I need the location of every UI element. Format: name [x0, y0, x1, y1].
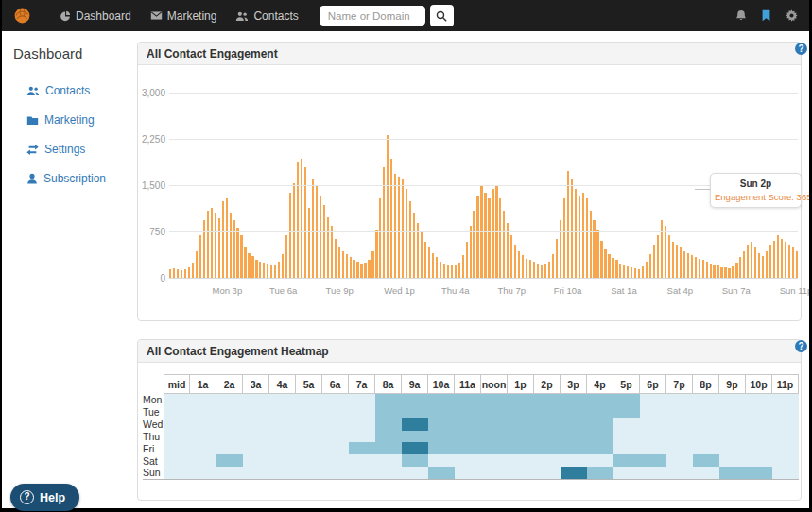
- heatmap-cell[interactable]: [719, 442, 746, 454]
- heatmap-cell[interactable]: [508, 442, 534, 454]
- engagement-bar[interactable]: [556, 239, 558, 279]
- engagement-bar[interactable]: [747, 245, 749, 279]
- heatmap-cell[interactable]: [561, 406, 587, 418]
- engagement-bar[interactable]: [466, 242, 468, 279]
- engagement-bar[interactable]: [668, 235, 670, 279]
- heatmap-cell[interactable]: [428, 454, 455, 467]
- engagement-bar[interactable]: [316, 186, 318, 279]
- engagement-bar[interactable]: [514, 245, 516, 279]
- heatmap-cell[interactable]: [481, 394, 508, 406]
- engagement-bar[interactable]: [522, 255, 524, 279]
- heatmap-cell[interactable]: [190, 454, 216, 467]
- engagement-bar[interactable]: [215, 213, 216, 279]
- engagement-bar[interactable]: [541, 265, 543, 279]
- heatmap-cell[interactable]: [455, 454, 481, 467]
- heatmap-cell[interactable]: [455, 442, 481, 454]
- engagement-bar[interactable]: [346, 254, 348, 279]
- heatmap-cell[interactable]: [746, 467, 772, 479]
- engagement-bar[interactable]: [518, 251, 520, 279]
- engagement-bar[interactable]: [308, 208, 310, 279]
- brain-logo[interactable]: [13, 7, 31, 25]
- engagement-bar[interactable]: [387, 135, 389, 279]
- heatmap-cell[interactable]: [587, 418, 613, 431]
- heatmap-cell[interactable]: [216, 431, 243, 443]
- heatmap-cell[interactable]: [613, 431, 640, 443]
- engagement-bar[interactable]: [199, 235, 201, 279]
- engagement-bar[interactable]: [762, 256, 764, 279]
- engagement-bar[interactable]: [612, 258, 613, 279]
- heatmap-cell[interactable]: [296, 454, 322, 467]
- heatmap-cell[interactable]: [746, 394, 772, 406]
- engagement-bar[interactable]: [665, 226, 666, 279]
- engagement-bar[interactable]: [571, 179, 573, 279]
- heatmap-cell[interactable]: [375, 454, 402, 467]
- engagement-bar[interactable]: [331, 226, 333, 279]
- heatmap-cell[interactable]: [719, 406, 746, 418]
- heatmap-cell[interactable]: [508, 454, 534, 467]
- heatmap-cell[interactable]: [216, 454, 243, 467]
- heatmap-cell[interactable]: [719, 431, 746, 443]
- question-circle-icon[interactable]: ?: [795, 43, 807, 55]
- bell-icon[interactable]: [735, 9, 747, 22]
- heatmap-cell[interactable]: [190, 467, 216, 479]
- heatmap-cell[interactable]: [322, 467, 349, 479]
- engagement-bar[interactable]: [196, 251, 198, 279]
- heatmap-cell[interactable]: [666, 442, 693, 454]
- heatmap-cell[interactable]: [508, 467, 534, 479]
- engagement-bar[interactable]: [476, 196, 478, 279]
- engagement-bar[interactable]: [484, 193, 486, 279]
- engagement-bar[interactable]: [676, 245, 678, 279]
- heatmap-cell[interactable]: [243, 442, 269, 454]
- engagement-bar[interactable]: [691, 255, 693, 279]
- engagement-bar[interactable]: [285, 235, 287, 279]
- heatmap-cell[interactable]: [455, 418, 481, 431]
- heatmap-cell[interactable]: [216, 418, 243, 431]
- sidebar-item-subscription[interactable]: Subscription: [26, 172, 137, 185]
- heatmap-cell[interactable]: [640, 454, 666, 467]
- heatmap-cell[interactable]: [375, 394, 402, 406]
- engagement-bar[interactable]: [447, 265, 449, 279]
- engagement-bar[interactable]: [244, 247, 246, 279]
- heatmap-cell[interactable]: [640, 467, 666, 479]
- engagement-bar[interactable]: [236, 228, 238, 279]
- heatmap-cell[interactable]: [693, 406, 719, 418]
- engagement-bar[interactable]: [495, 186, 497, 279]
- engagement-bar[interactable]: [406, 189, 407, 279]
- heatmap-cell[interactable]: [561, 394, 587, 406]
- heatmap-cell[interactable]: [719, 418, 746, 431]
- engagement-bar[interactable]: [222, 201, 224, 279]
- engagement-bar[interactable]: [533, 262, 535, 279]
- heatmap-cell[interactable]: [164, 431, 190, 443]
- engagement-bar[interactable]: [683, 251, 685, 279]
- sidebar-item-marketing[interactable]: Marketing: [26, 113, 137, 127]
- engagement-bar[interactable]: [218, 218, 220, 279]
- heatmap-cell[interactable]: [402, 418, 428, 431]
- engagement-bar[interactable]: [661, 220, 663, 279]
- heatmap-cell[interactable]: [349, 394, 375, 406]
- heatmap-cell[interactable]: [666, 418, 693, 431]
- engagement-bar[interactable]: [443, 264, 445, 279]
- heatmap-cell[interactable]: [296, 442, 322, 454]
- engagement-bar[interactable]: [473, 211, 475, 279]
- heatmap-cell[interactable]: [746, 442, 772, 454]
- heatmap-cell[interactable]: [164, 394, 190, 406]
- nav-item-contacts[interactable]: Contacts: [235, 9, 298, 23]
- heatmap-cell[interactable]: [375, 418, 402, 431]
- heatmap-cell[interactable]: [587, 454, 613, 467]
- engagement-bar[interactable]: [356, 262, 358, 279]
- engagement-bar[interactable]: [462, 255, 464, 279]
- heatmap-cell[interactable]: [613, 467, 640, 479]
- engagement-bar[interactable]: [769, 245, 771, 279]
- heatmap-cell[interactable]: [402, 467, 428, 479]
- heatmap-cell[interactable]: [296, 418, 322, 431]
- engagement-bar[interactable]: [240, 235, 242, 279]
- engagement-bar[interactable]: [350, 257, 352, 279]
- heatmap-cell[interactable]: [640, 394, 666, 406]
- heatmap-cell[interactable]: [561, 467, 587, 479]
- engagement-bar[interactable]: [390, 159, 392, 279]
- heatmap-cell[interactable]: [587, 406, 613, 418]
- heatmap-cell[interactable]: [428, 418, 455, 431]
- engagement-bar[interactable]: [575, 189, 577, 279]
- engagement-bar[interactable]: [327, 217, 329, 279]
- engagement-bar[interactable]: [436, 257, 438, 279]
